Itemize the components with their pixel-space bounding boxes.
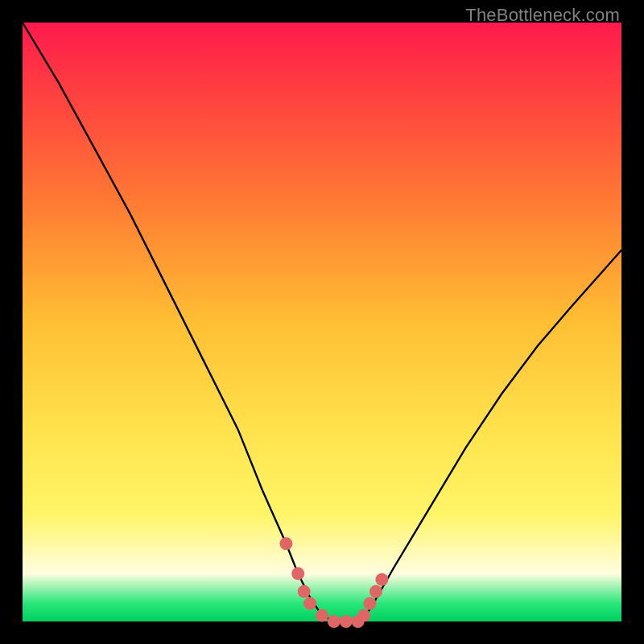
curve-marker (316, 609, 328, 622)
curve-marker (369, 585, 382, 598)
curve-marker (328, 615, 341, 628)
curve-marker (375, 573, 388, 586)
curve-markers (279, 537, 388, 628)
curve-marker (357, 609, 370, 622)
curve-marker (340, 615, 353, 628)
curve-marker (303, 597, 316, 610)
bottleneck-curve-line (23, 23, 621, 621)
curve-marker (298, 585, 311, 598)
curve-marker (291, 568, 304, 580)
curve-marker (279, 537, 292, 550)
curve-marker (364, 597, 377, 610)
bottleneck-chart (23, 23, 621, 621)
